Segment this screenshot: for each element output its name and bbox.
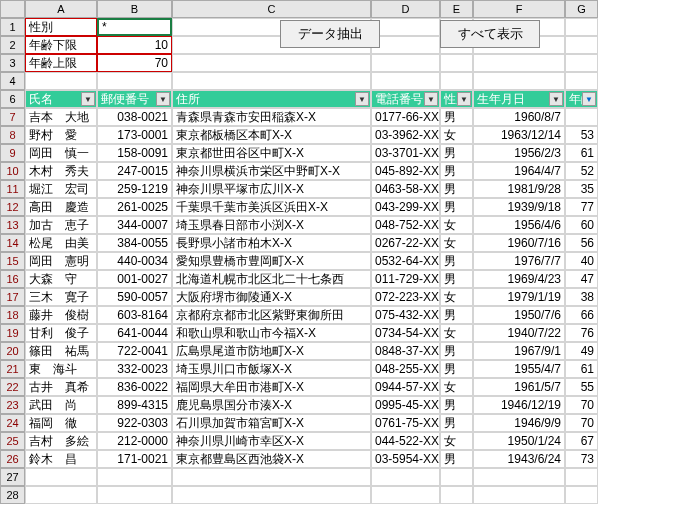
cell-address[interactable]: 広島県尾道市防地町X-X [172, 342, 371, 360]
cell-sex[interactable]: 男 [440, 144, 473, 162]
row-header[interactable]: 8 [0, 126, 25, 144]
cell-postcode[interactable]: 212-0000 [97, 432, 172, 450]
cell-name[interactable]: 三木 寛子 [25, 288, 97, 306]
row-header[interactable]: 23 [0, 396, 25, 414]
empty-cell[interactable] [565, 54, 598, 72]
cell-age[interactable]: 66 [565, 306, 598, 324]
cell-sex[interactable]: 男 [440, 252, 473, 270]
cell-age[interactable]: 77 [565, 198, 598, 216]
cell-birthday[interactable]: 1964/4/7 [473, 162, 565, 180]
cell-postcode[interactable]: 922-0303 [97, 414, 172, 432]
filter-dropdown-icon[interactable]: ▼ [457, 92, 471, 106]
cell-age[interactable]: 49 [565, 342, 598, 360]
cell-address[interactable]: 鹿児島県国分市湊X-X [172, 396, 371, 414]
cell-sex[interactable]: 男 [440, 108, 473, 126]
cell-birthday[interactable]: 1976/7/7 [473, 252, 565, 270]
cell-name[interactable]: 岡田 慎一 [25, 144, 97, 162]
cell-sex[interactable]: 男 [440, 360, 473, 378]
cell-name[interactable]: 大森 守 [25, 270, 97, 288]
cell-birthday[interactable]: 1943/6/24 [473, 450, 565, 468]
col-header[interactable]: A [25, 0, 97, 18]
cell-sex[interactable]: 女 [440, 216, 473, 234]
cell-phone[interactable]: 0995-45-XXXX [371, 396, 440, 414]
row-header[interactable]: 7 [0, 108, 25, 126]
cell-phone[interactable]: 0944-57-XXXX [371, 378, 440, 396]
row-header[interactable]: 6 [0, 90, 25, 108]
row-header[interactable]: 10 [0, 162, 25, 180]
empty-cell[interactable] [565, 36, 598, 54]
cell-name[interactable]: 吉本 大地 [25, 108, 97, 126]
cell-phone[interactable]: 03-5954-XXXX [371, 450, 440, 468]
cell-sex[interactable]: 男 [440, 198, 473, 216]
cell-phone[interactable]: 043-299-XXXX [371, 198, 440, 216]
cell-name[interactable]: 鈴木 昌 [25, 450, 97, 468]
empty-cell[interactable] [440, 54, 473, 72]
cell-sex[interactable]: 男 [440, 306, 473, 324]
cell-address[interactable]: 京都府京都市北区紫野東御所田 [172, 306, 371, 324]
cell-birthday[interactable]: 1967/9/1 [473, 342, 565, 360]
cell-postcode[interactable]: 641-0044 [97, 324, 172, 342]
row-header[interactable]: 20 [0, 342, 25, 360]
cell-birthday[interactable]: 1981/9/28 [473, 180, 565, 198]
cell-postcode[interactable]: 603-8164 [97, 306, 172, 324]
cell-postcode[interactable]: 722-0041 [97, 342, 172, 360]
cell-sex[interactable]: 女 [440, 288, 473, 306]
cell-birthday[interactable]: 1961/5/7 [473, 378, 565, 396]
empty-cell[interactable] [172, 486, 371, 504]
cell-sex[interactable]: 男 [440, 396, 473, 414]
cell-age[interactable]: 70 [565, 396, 598, 414]
row-header[interactable]: 13 [0, 216, 25, 234]
cell-name[interactable]: 古井 真希 [25, 378, 97, 396]
cell-address[interactable]: 青森県青森市安田稲森X-X [172, 108, 371, 126]
row-header[interactable]: 24 [0, 414, 25, 432]
cell-age[interactable]: 35 [565, 180, 598, 198]
cell-sex[interactable]: 男 [440, 450, 473, 468]
row-header[interactable]: 12 [0, 198, 25, 216]
empty-cell[interactable] [473, 486, 565, 504]
row-header[interactable]: 2 [0, 36, 25, 54]
cell-postcode[interactable]: 440-0034 [97, 252, 172, 270]
cell-name[interactable]: 岡田 憲明 [25, 252, 97, 270]
cell-name[interactable]: 篠田 祐馬 [25, 342, 97, 360]
cell-phone[interactable]: 0532-64-XXXX [371, 252, 440, 270]
filter-dropdown-icon[interactable]: ▼ [355, 92, 369, 106]
cell-phone[interactable]: 011-729-XXXX [371, 270, 440, 288]
cell-postcode[interactable]: 259-1219 [97, 180, 172, 198]
cell-postcode[interactable]: 001-0027 [97, 270, 172, 288]
cell-phone[interactable]: 048-752-XXXX [371, 216, 440, 234]
cell-name[interactable]: 吉村 多絵 [25, 432, 97, 450]
empty-cell[interactable] [565, 468, 598, 486]
cell-postcode[interactable]: 247-0015 [97, 162, 172, 180]
filter-dropdown-icon[interactable]: ▼ [549, 92, 563, 106]
cell-age[interactable]: 47 [565, 270, 598, 288]
cell-sex[interactable]: 男 [440, 342, 473, 360]
row-header[interactable]: 1 [0, 18, 25, 36]
cell-age[interactable]: 73 [565, 450, 598, 468]
cell-birthday[interactable]: 1950/7/6 [473, 306, 565, 324]
cell-age[interactable]: 61 [565, 144, 598, 162]
extract-button[interactable]: データ抽出 [280, 20, 380, 48]
row-header[interactable]: 22 [0, 378, 25, 396]
cell-age[interactable]: 76 [565, 324, 598, 342]
cell-birthday[interactable]: 1963/12/14 [473, 126, 565, 144]
empty-cell[interactable] [371, 468, 440, 486]
cell-name[interactable]: 松尾 由美 [25, 234, 97, 252]
criteria-value[interactable]: 70 [97, 54, 172, 72]
cell-postcode[interactable]: 261-0025 [97, 198, 172, 216]
cell-birthday[interactable]: 1969/4/23 [473, 270, 565, 288]
empty-cell[interactable] [440, 72, 473, 90]
cell-sex[interactable]: 女 [440, 234, 473, 252]
cell-birthday[interactable]: 1940/7/22 [473, 324, 565, 342]
cell-phone[interactable]: 048-255-XXXX [371, 360, 440, 378]
cell-age[interactable]: 55 [565, 378, 598, 396]
row-header[interactable]: 16 [0, 270, 25, 288]
cell-name[interactable]: 藤井 俊樹 [25, 306, 97, 324]
filter-dropdown-icon[interactable]: ▼ [81, 92, 95, 106]
row-header[interactable]: 11 [0, 180, 25, 198]
cell-birthday[interactable]: 1956/2/3 [473, 144, 565, 162]
cell-postcode[interactable]: 899-4315 [97, 396, 172, 414]
cell-birthday[interactable]: 1960/7/16 [473, 234, 565, 252]
cell-birthday[interactable]: 1946/12/19 [473, 396, 565, 414]
cell-postcode[interactable]: 384-0055 [97, 234, 172, 252]
cell-name[interactable]: 東 海斗 [25, 360, 97, 378]
